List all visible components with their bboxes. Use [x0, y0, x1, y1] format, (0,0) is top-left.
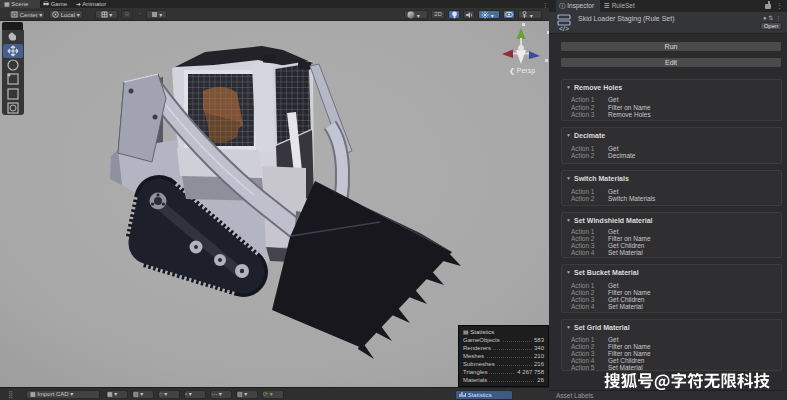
svg-text:</>: </> [559, 25, 569, 32]
svg-text:❮ Persp: ❮ Persp [509, 67, 535, 75]
